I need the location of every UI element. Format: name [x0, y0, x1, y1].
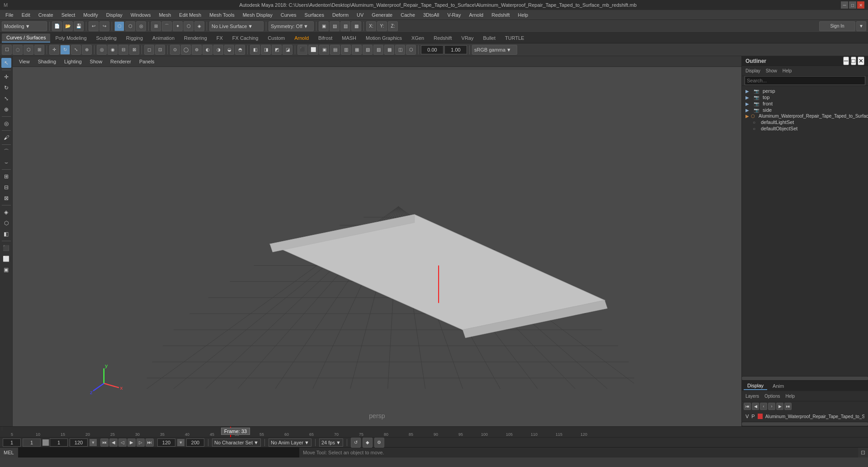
- tool-misc5[interactable]: ⬜: [1, 254, 11, 264]
- tb-snap-view[interactable]: ◈: [194, 21, 204, 31]
- tb2-display10[interactable]: ◫: [395, 45, 405, 55]
- tool-select[interactable]: ↖: [1, 58, 11, 68]
- tab-mash[interactable]: MASH: [337, 34, 361, 42]
- menu-deform[interactable]: Deform: [329, 11, 352, 19]
- playback-next[interactable]: ▷: [137, 438, 145, 447]
- outliner-bottom-scrollbar[interactable]: [742, 422, 868, 426]
- tb2-light7[interactable]: ◓: [235, 45, 245, 55]
- outliner-horizontal-scrollbar[interactable]: [742, 376, 868, 381]
- minimize-button[interactable]: ─: [841, 1, 848, 9]
- outliner-layers-btn[interactable]: Layers: [744, 393, 761, 399]
- x-field[interactable]: [421, 45, 443, 54]
- tb2-snap4[interactable]: ◪: [283, 45, 292, 55]
- tab-fx[interactable]: FX: [212, 34, 227, 42]
- tab-arnold[interactable]: Arnold: [290, 34, 313, 42]
- menu-3dtall[interactable]: 3DtoAll: [420, 11, 443, 19]
- tb-y-axis[interactable]: Y:: [377, 21, 387, 31]
- tool-curve1[interactable]: ⌒: [1, 147, 11, 157]
- close-button[interactable]: ✕: [857, 1, 864, 9]
- no-live-surface-dropdown[interactable]: No Live Surface ▼: [209, 21, 264, 31]
- tb-render3[interactable]: ▥: [340, 21, 350, 31]
- current-frame-input[interactable]: [23, 438, 41, 447]
- tb2-snap2[interactable]: ◨: [261, 45, 271, 55]
- tb-z-axis[interactable]: Z:: [388, 21, 398, 31]
- tb-new[interactable]: 📄: [52, 21, 62, 31]
- layer-nav-prev[interactable]: ◀: [752, 403, 759, 410]
- tab-motion-graphics[interactable]: Motion Graphics: [361, 34, 406, 42]
- maximize-button[interactable]: □: [849, 1, 856, 9]
- tool-misc4[interactable]: ⬛: [1, 243, 11, 253]
- tool-move[interactable]: ✛: [1, 72, 11, 82]
- tab-curves-surfaces[interactable]: Curves / Surfaces: [2, 33, 50, 43]
- tb2-display11[interactable]: ⬡: [406, 45, 416, 55]
- vp-menu-shading[interactable]: Shading: [34, 58, 60, 65]
- menu-surfaces[interactable]: Surfaces: [301, 11, 328, 19]
- tb-x-axis[interactable]: X:: [366, 21, 376, 31]
- tool-paint[interactable]: 🖌: [1, 133, 11, 143]
- tool-curve2[interactable]: ⌣: [1, 157, 11, 167]
- tb2-manip[interactable]: ⊕: [82, 45, 92, 55]
- layer-nav-next2[interactable]: ▶: [776, 403, 783, 410]
- tb-snap-grid[interactable]: ⊞: [151, 21, 161, 31]
- tb-select-mode[interactable]: ⬡: [114, 21, 124, 31]
- tb2-light3[interactable]: ⊚: [192, 45, 202, 55]
- menu-arnold[interactable]: Arnold: [465, 11, 487, 19]
- tb-render4[interactable]: ▦: [351, 21, 361, 31]
- tb2-paint[interactable]: ⬡: [24, 45, 33, 55]
- layer-nav-next[interactable]: ›: [768, 403, 775, 410]
- outliner-item-front[interactable]: ▶ 📷 front: [742, 100, 868, 107]
- tab-rigging[interactable]: Rigging: [122, 34, 147, 42]
- tb-render2[interactable]: ▤: [330, 21, 340, 31]
- menu-windows[interactable]: Windows: [127, 11, 155, 19]
- playback-play[interactable]: ▶: [127, 438, 136, 447]
- tb2-light2[interactable]: ◯: [181, 45, 191, 55]
- menu-curves[interactable]: Curves: [277, 11, 300, 19]
- tool-misc2[interactable]: ⬡: [1, 218, 11, 228]
- outliner-ctrl-show[interactable]: Show: [764, 68, 779, 74]
- tb2-scale[interactable]: ⤡: [71, 45, 81, 55]
- tb2-lasso[interactable]: ◌: [13, 45, 23, 55]
- menu-display[interactable]: Display: [103, 11, 126, 19]
- tb2-snap1[interactable]: ◧: [250, 45, 260, 55]
- tb2-light6[interactable]: ◒: [224, 45, 234, 55]
- outliner-item-persp[interactable]: ▶ 📷 persp: [742, 88, 868, 94]
- outliner-close[interactable]: ✕: [858, 57, 864, 65]
- tool-misc1[interactable]: ◈: [1, 207, 11, 217]
- outliner-minimize[interactable]: ─: [843, 57, 849, 65]
- outliner-scroll-thumb[interactable]: [742, 376, 868, 380]
- keyframe-button[interactable]: ◆: [363, 438, 373, 448]
- menu-mesh[interactable]: Mesh: [155, 11, 175, 19]
- tab-fx-caching[interactable]: FX Caching: [228, 34, 263, 42]
- workspace-dropdown[interactable]: Modeling ▼: [2, 21, 47, 31]
- tb2-camera[interactable]: ◻: [144, 45, 154, 55]
- outliner-tab-display[interactable]: Display: [744, 382, 767, 390]
- tool-grid3[interactable]: ⊠: [1, 193, 11, 203]
- tb2-display9[interactable]: ▩: [384, 45, 394, 55]
- menu-help[interactable]: Help: [514, 11, 532, 19]
- layer-nav-last[interactable]: ⏭: [784, 403, 792, 410]
- outliner-help-btn[interactable]: Help: [783, 393, 797, 399]
- anim-range-end[interactable]: [186, 438, 204, 447]
- tb2-display4[interactable]: ▤: [330, 45, 340, 55]
- symmetry-dropdown[interactable]: Symmetry: Off ▼: [269, 21, 314, 31]
- color-profile-dropdown[interactable]: sRGB gamma ▼: [472, 45, 517, 55]
- playback-forward[interactable]: ⏭: [146, 438, 154, 447]
- menu-vray[interactable]: V-Ray: [443, 11, 464, 19]
- menu-generate[interactable]: Generate: [368, 11, 396, 19]
- playback-rewind[interactable]: ⏮: [100, 438, 108, 447]
- tb2-soft-sel[interactable]: ◎: [97, 45, 107, 55]
- outliner-ctrl-display[interactable]: Display: [744, 68, 762, 74]
- tb2-display7[interactable]: ▧: [363, 45, 373, 55]
- tb2-hist2[interactable]: ⊠: [129, 45, 139, 55]
- tb-snap-surface[interactable]: ⬡: [184, 21, 193, 31]
- tb2-display6[interactable]: ▦: [352, 45, 362, 55]
- tool-misc6[interactable]: ▣: [1, 265, 11, 275]
- tb-open[interactable]: 📂: [63, 21, 73, 31]
- tab-bifrost[interactable]: Bifrost: [314, 34, 337, 42]
- sign-in-arrow[interactable]: ▼: [856, 21, 866, 31]
- playback-end-input[interactable]: [70, 438, 88, 447]
- menu-create[interactable]: Create: [35, 11, 57, 19]
- tb2-select[interactable]: ☐: [2, 45, 12, 55]
- tb2-display8[interactable]: ▨: [373, 45, 383, 55]
- tb2-display1[interactable]: ⬛: [297, 45, 307, 55]
